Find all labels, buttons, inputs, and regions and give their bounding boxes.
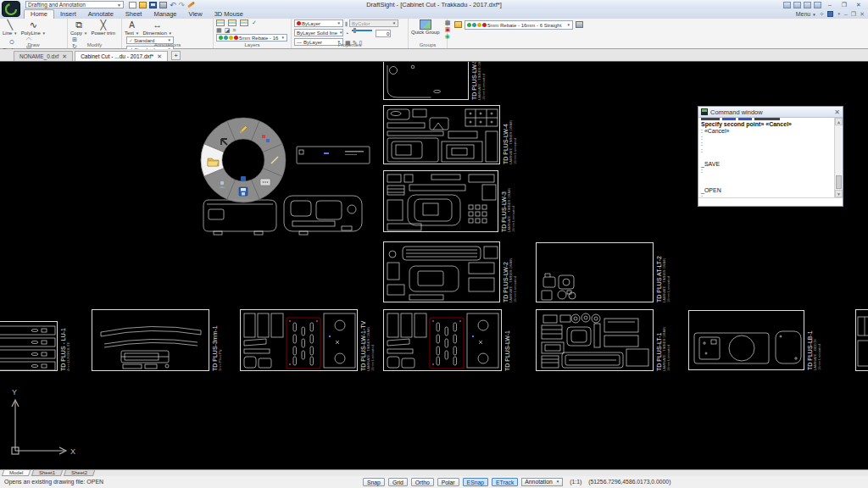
- minimize-button[interactable]: –: [824, 1, 836, 8]
- nesting-sheet-lb1[interactable]: [688, 310, 804, 370]
- active-layer-dropdown[interactable]: 5mm Rebate - 16▼: [216, 34, 287, 42]
- layer-match-icon[interactable]: ≡: [232, 27, 236, 33]
- workspace-selector[interactable]: Drafting and Annotation ▼: [25, 1, 124, 8]
- ungroup-icon[interactable]: ▣: [445, 26, 451, 32]
- print-icon[interactable]: [159, 2, 167, 8]
- sheet-label: TD PLUS-LB-1LAMINATE - BEECH16mm Laminat…: [807, 310, 821, 370]
- layer-toolbar-dropdown[interactable]: 5mm Rebate - 16mm - 6 Straight▼: [465, 20, 573, 30]
- layer-freeze-icon[interactable]: ▦: [216, 27, 222, 33]
- toggle-esnap[interactable]: ESnap: [463, 478, 488, 486]
- copy-button[interactable]: ⧉ Copy ▼: [70, 19, 87, 36]
- group-edit-icon[interactable]: ▩: [445, 19, 451, 25]
- layer-states-icon[interactable]: [576, 21, 583, 28]
- toggle-ortho[interactable]: Ortho: [411, 478, 434, 486]
- taskbar-icon[interactable]: [804, 2, 811, 8]
- command-history[interactable]: Specify second point» «Cancel»: «Cancel»…: [698, 118, 834, 197]
- toggle-polar[interactable]: Polar: [437, 478, 459, 486]
- help-icon[interactable]: ✧: [820, 11, 825, 18]
- undo-icon[interactable]: ↶: [170, 2, 176, 8]
- tab-view[interactable]: View: [183, 9, 209, 19]
- command-window[interactable]: Command window ✕ Specify second point» «…: [698, 106, 843, 207]
- close-tab-icon[interactable]: ✕: [62, 53, 67, 60]
- taskbar-icon[interactable]: [783, 2, 791, 8]
- open-file-icon[interactable]: [139, 2, 147, 8]
- annotation-dropdown[interactable]: Annotation▼: [521, 478, 563, 486]
- document-tab[interactable]: NONAME_0.dxf✕: [14, 51, 73, 61]
- toggle-snap[interactable]: Snap: [363, 478, 385, 486]
- document-tab[interactable]: Cabinet Cut - ...du - 2017.dxf*✕: [75, 51, 168, 61]
- tab-home[interactable]: Home: [24, 9, 54, 19]
- command-input[interactable]: [698, 197, 843, 206]
- save-icon[interactable]: [239, 187, 248, 196]
- polyline-button[interactable]: ∿ PolyLine ▼: [21, 19, 46, 36]
- layers-manager-icon[interactable]: [454, 21, 462, 28]
- mdi-restore-icon[interactable]: ❐: [851, 11, 856, 18]
- command-scrollbar[interactable]: ▲ ▼: [834, 118, 843, 197]
- line-color-dropdown[interactable]: ByLayer▼: [294, 19, 343, 27]
- sheet-tab-model[interactable]: Model: [2, 470, 31, 476]
- drawing-canvas[interactable]: TD PLUS-LW-5LAMINATE - TIMBER GRAIN16mm …: [0, 62, 868, 469]
- mdi-minimize-icon[interactable]: –: [844, 11, 848, 17]
- tab-manage[interactable]: Manage: [147, 9, 182, 19]
- taskbar-icon[interactable]: [793, 2, 801, 8]
- nesting-sheet-lw3[interactable]: [383, 170, 498, 232]
- nesting-sheet-lu1[interactable]: [0, 321, 58, 371]
- draftsight-logo-icon[interactable]: [2, 1, 20, 17]
- line-button[interactable]: ╲ Line ▼: [3, 19, 17, 36]
- menu-button[interactable]: Menu ▼: [796, 11, 816, 17]
- nesting-sheet-lw5[interactable]: [383, 62, 469, 100]
- edit-icon[interactable]: [187, 2, 195, 8]
- nesting-sheet-lw2[interactable]: [383, 241, 500, 302]
- nesting-sheet-edge[interactable]: [855, 309, 868, 371]
- tab-annotate[interactable]: Annotate: [82, 9, 120, 19]
- mdi-close-icon[interactable]: ✕: [860, 11, 865, 18]
- toggle-grid[interactable]: Grid: [388, 478, 408, 486]
- layer-manager-icon[interactable]: [216, 19, 225, 26]
- sheet-tab-sheet1[interactable]: Sheet1: [31, 470, 63, 476]
- transparency-slider[interactable]: [352, 30, 372, 31]
- layer-preview-icon[interactable]: [228, 19, 236, 26]
- close-icon[interactable]: ✕: [834, 108, 840, 116]
- toggle-etrack[interactable]: ETrack: [492, 478, 518, 486]
- scrollbar-thumb[interactable]: [836, 175, 842, 189]
- tab-3d-mouse[interactable]: 3D Mouse: [209, 9, 249, 19]
- linestyle-dropdown[interactable]: ByLayer Solid line▼: [294, 29, 343, 36]
- part-strip[interactable]: [296, 141, 371, 168]
- tab-insert[interactable]: Insert: [54, 9, 82, 19]
- new-file-icon[interactable]: [129, 2, 136, 8]
- chevron-down-icon[interactable]: ▼: [837, 12, 840, 16]
- app-icon[interactable]: [827, 11, 833, 17]
- taskbar-icon[interactable]: [814, 2, 821, 8]
- tab-sheet[interactable]: Sheet: [120, 9, 148, 19]
- sheet-tab-sheet2[interactable]: Sheet2: [64, 470, 95, 476]
- power-trim-button[interactable]: ╳ Power trim: [91, 19, 115, 36]
- thickness-field[interactable]: 0: [376, 30, 391, 37]
- layer-tools-icon[interactable]: [240, 19, 248, 26]
- dimension-button[interactable]: ↔ Dimension ▼: [142, 19, 172, 36]
- text-button[interactable]: A Text ▼: [125, 19, 139, 36]
- scroll-up-icon[interactable]: ▲: [835, 118, 843, 125]
- nesting-sheet-p3mm[interactable]: [92, 309, 209, 371]
- nesting-sheet-atlt2[interactable]: [536, 242, 654, 302]
- options-icon[interactable]: [260, 179, 270, 186]
- close-button[interactable]: ✕: [853, 1, 865, 8]
- close-tab-icon[interactable]: ✕: [157, 53, 162, 60]
- bycolor-dropdown[interactable]: ByColor▼: [349, 19, 398, 27]
- nesting-sheet-lt1[interactable]: [536, 309, 654, 371]
- command-line: Specify second point» «Cancel»: [701, 121, 832, 128]
- new-document-button[interactable]: +: [171, 51, 181, 60]
- quick-group-button[interactable]: Quick Group: [411, 19, 440, 39]
- nesting-sheet-lwtv[interactable]: [240, 309, 358, 371]
- nesting-sheet-lw4[interactable]: [383, 105, 500, 164]
- command-window-titlebar[interactable]: Command window ✕: [698, 107, 843, 118]
- layer-lock-icon[interactable]: ◪: [225, 27, 231, 33]
- part-panel-right[interactable]: [282, 192, 364, 236]
- nesting-sheet-lw1[interactable]: [383, 309, 502, 371]
- save-icon[interactable]: [149, 2, 157, 8]
- mouse-gesture-wheel[interactable]: [199, 116, 287, 204]
- restore-button[interactable]: ❐: [838, 1, 850, 8]
- layer-check-icon[interactable]: ✓: [252, 19, 257, 26]
- scroll-down-icon[interactable]: ▼: [835, 190, 843, 197]
- group-on-icon[interactable]: ◉: [445, 33, 451, 39]
- redo-icon[interactable]: ↷: [179, 2, 186, 8]
